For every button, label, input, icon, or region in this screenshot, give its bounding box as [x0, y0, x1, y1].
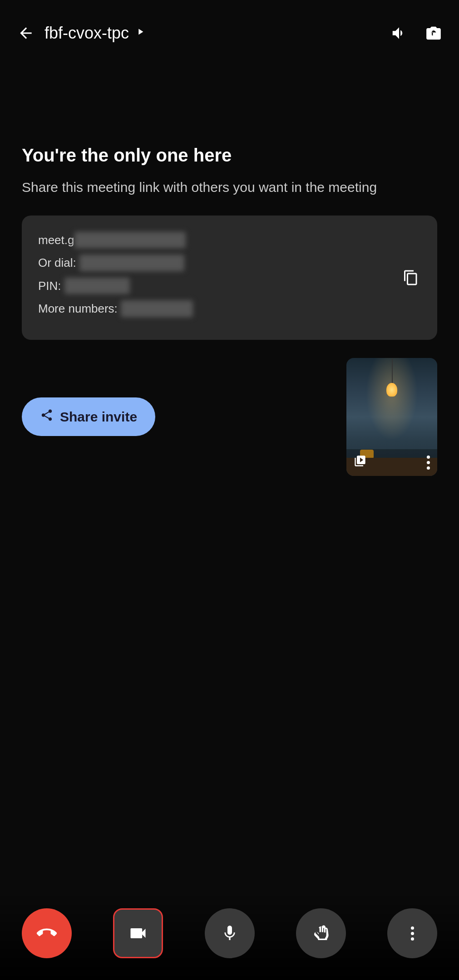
- three-dots-icon: [427, 456, 430, 470]
- share-invite-button[interactable]: Share invite: [22, 397, 155, 436]
- copy-button[interactable]: [398, 265, 424, 290]
- speaker-icon: [390, 24, 408, 42]
- lamp-bulb: [386, 383, 397, 397]
- camera-icon: [128, 923, 148, 943]
- raise-hand-button[interactable]: [296, 908, 346, 958]
- dial-line: Or dial:: [38, 255, 421, 271]
- flip-camera-icon: [425, 24, 442, 42]
- meet-link-prefix: meet.g: [38, 233, 74, 247]
- camera-preview: [346, 358, 437, 476]
- preview-more-button[interactable]: [427, 456, 430, 470]
- camera-toggle-button[interactable]: [113, 908, 163, 958]
- more-numbers-prefix: More numbers:: [38, 302, 121, 315]
- share-description: Share this meeting link with others you …: [22, 177, 437, 197]
- more-numbers-blurred: [121, 300, 193, 317]
- visual-effect-icon: [354, 455, 366, 467]
- back-arrow-icon: [17, 24, 35, 42]
- dial-number-blurred: [79, 255, 184, 271]
- meeting-title-row: fbf-cvox-tpc: [44, 24, 381, 43]
- action-row: Share invite: [22, 358, 437, 476]
- preview-effect-button[interactable]: [354, 455, 366, 470]
- meeting-info-card: meet.g Or dial: PIN: More numbers:: [22, 216, 437, 340]
- more-numbers-line: More numbers:: [38, 300, 421, 317]
- more-options-icon: [411, 926, 414, 941]
- header: fbf-cvox-tpc: [0, 0, 459, 54]
- flip-camera-button[interactable]: [423, 22, 444, 44]
- microphone-icon: [221, 924, 239, 942]
- more-options-button[interactable]: [387, 908, 437, 958]
- end-call-button[interactable]: [22, 908, 72, 958]
- phone-hangup-icon: [37, 923, 57, 943]
- speaker-button[interactable]: [388, 22, 410, 44]
- share-invite-label: Share invite: [60, 409, 137, 425]
- back-button[interactable]: [15, 22, 37, 44]
- pin-blurred: [64, 278, 130, 294]
- microphone-button[interactable]: [205, 908, 255, 958]
- only-one-heading: You're the only one here: [22, 144, 437, 166]
- meet-link-blurred: [74, 232, 186, 248]
- header-icons: [388, 22, 444, 44]
- lamp-cord: [392, 358, 393, 385]
- meeting-link-line: meet.g: [38, 232, 421, 248]
- main-content: You're the only one here Share this meet…: [0, 144, 459, 476]
- share-icon: [40, 408, 54, 425]
- chevron-right-icon: [135, 27, 145, 39]
- bottom-toolbar: [0, 896, 459, 980]
- copy-icon: [403, 270, 419, 286]
- pin-line: PIN:: [38, 278, 421, 294]
- dial-prefix: Or dial:: [38, 256, 79, 270]
- pin-prefix: PIN:: [38, 279, 64, 293]
- meeting-code: fbf-cvox-tpc: [44, 24, 129, 43]
- camera-preview-controls: [346, 449, 437, 476]
- raise-hand-icon: [312, 924, 330, 942]
